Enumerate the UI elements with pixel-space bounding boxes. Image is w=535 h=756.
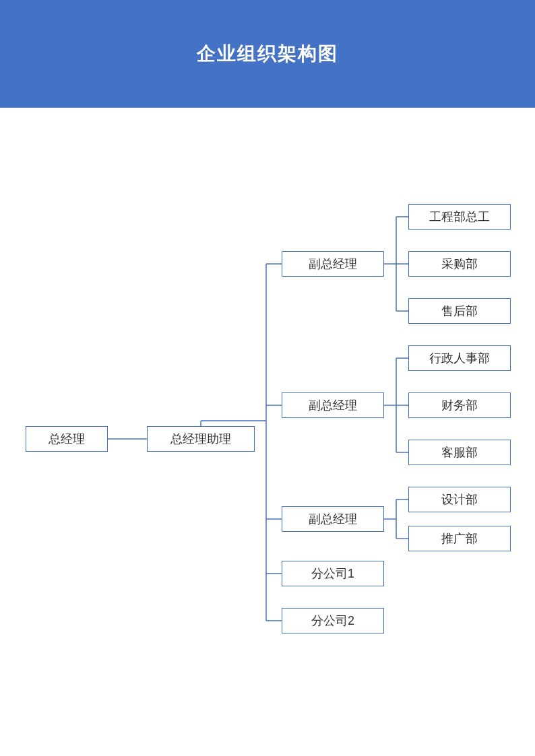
org-node-deputy-3: 副总经理 (282, 506, 384, 532)
org-node-dept: 行政人事部 (408, 345, 511, 371)
org-node-label: 行政人事部 (429, 350, 490, 366)
org-node-label: 设计部 (441, 491, 478, 508)
org-node-branch-company-2: 分公司2 (282, 608, 384, 633)
org-node-label: 总经理助理 (170, 431, 231, 447)
org-node-dept: 设计部 (408, 487, 511, 512)
header-banner: 企业组织架构图 (0, 0, 535, 108)
org-node-label: 客服部 (441, 444, 478, 460)
org-node-label: 分公司2 (311, 613, 354, 629)
org-node-deputy-1: 副总经理 (282, 251, 384, 277)
org-node-label: 总经理 (49, 431, 85, 447)
org-node-label: 推广部 (441, 530, 478, 547)
org-node-label: 副总经理 (309, 256, 357, 272)
org-node-label: 财务部 (441, 397, 478, 413)
org-node-label: 工程部总工 (429, 209, 490, 225)
org-node-dept: 客服部 (408, 440, 511, 465)
org-node-label: 副总经理 (309, 511, 357, 527)
org-node-dept: 售后部 (408, 298, 511, 324)
org-node-label: 售后部 (441, 303, 478, 319)
org-node-label: 采购部 (441, 256, 478, 272)
org-node-dept: 工程部总工 (408, 204, 511, 230)
org-node-label: 分公司1 (311, 565, 354, 582)
org-node-branch-company-1: 分公司1 (282, 561, 384, 586)
org-node-dept: 财务部 (408, 392, 511, 418)
org-node-dept: 采购部 (408, 251, 511, 277)
org-node-label: 副总经理 (309, 397, 357, 413)
org-node-root: 总经理 (26, 426, 108, 452)
org-node-assistant: 总经理助理 (147, 426, 255, 452)
org-node-deputy-2: 副总经理 (282, 392, 384, 418)
org-node-dept: 推广部 (408, 526, 511, 551)
connector-lines (0, 0, 535, 756)
page-title: 企业组织架构图 (197, 41, 338, 67)
